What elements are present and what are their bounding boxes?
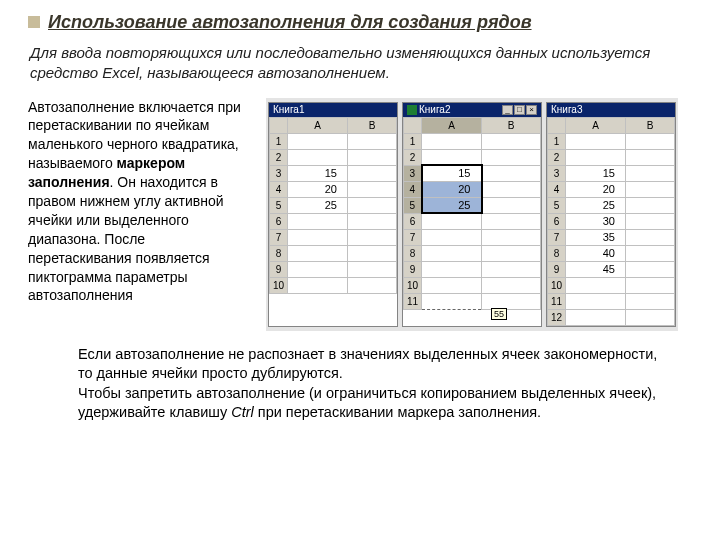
col-header: B xyxy=(482,117,541,133)
row-header: 10 xyxy=(404,277,422,293)
workbook-middle: Книга2 _ □ × A B 1 2 315 420 xyxy=(402,102,542,327)
cell: 15 xyxy=(566,165,626,181)
row-header: 5 xyxy=(548,197,566,213)
grid-middle: A B 1 2 315 420 525 6 7 8 9 10 11 xyxy=(403,117,541,310)
row-header: 3 xyxy=(548,165,566,181)
corner-cell xyxy=(548,117,566,133)
conclusion-p2: Чтобы запретить автозаполнение (и ограни… xyxy=(78,384,670,423)
row-header: 7 xyxy=(404,229,422,245)
cell: 20 xyxy=(288,181,348,197)
row-header: 10 xyxy=(270,277,288,293)
cell: 45 xyxy=(566,261,626,277)
col-header: A xyxy=(422,117,482,133)
excel-icon xyxy=(407,105,417,115)
cell: 15 xyxy=(422,165,482,181)
row-header: 9 xyxy=(548,261,566,277)
cell: 25 xyxy=(566,197,626,213)
cell: 25 xyxy=(288,197,348,213)
row-header: 7 xyxy=(270,229,288,245)
row-header: 9 xyxy=(404,261,422,277)
workbook-left: Книга1 A B 1 2 315 420 525 6 7 8 9 xyxy=(268,102,398,327)
description-paragraph: Автозаполнение включается при перетаскив… xyxy=(28,98,252,306)
row-header: 4 xyxy=(404,181,422,197)
row-header: 6 xyxy=(548,213,566,229)
row-header: 6 xyxy=(270,213,288,229)
col-header: B xyxy=(626,117,675,133)
spreadsheet-panel: Книга1 A B 1 2 315 420 525 6 7 8 9 xyxy=(266,98,678,331)
row-header: 11 xyxy=(548,293,566,309)
maximize-button[interactable]: □ xyxy=(514,105,525,115)
titlebar-left: Книга1 xyxy=(269,103,397,117)
fill-tooltip: 55 xyxy=(491,308,507,320)
row-header: 4 xyxy=(548,181,566,197)
workbook-title: Книга3 xyxy=(551,104,582,115)
grid-right: A B 1 2 315 420 525 630 735 840 945 10 1… xyxy=(547,117,675,326)
row-header: 7 xyxy=(548,229,566,245)
page-title: Использование автозаполнения для создани… xyxy=(48,12,532,33)
row-header: 1 xyxy=(548,133,566,149)
col-header: B xyxy=(348,117,397,133)
row-header: 10 xyxy=(548,277,566,293)
row-header: 5 xyxy=(404,197,422,213)
conclusion-p1: Если автозаполнение не распознает в знач… xyxy=(78,345,670,384)
workbook-title: Книга2 xyxy=(419,104,450,115)
row-header: 12 xyxy=(548,309,566,325)
row-header: 9 xyxy=(270,261,288,277)
row-header: 8 xyxy=(270,245,288,261)
ctrl-key: Ctrl xyxy=(231,404,254,420)
row-header: 1 xyxy=(404,133,422,149)
row-header: 5 xyxy=(270,197,288,213)
desc-part-2: . Он находится в правом нижнем углу акти… xyxy=(28,174,224,303)
cell: 30 xyxy=(566,213,626,229)
titlebar-middle: Книга2 _ □ × xyxy=(403,103,541,117)
row-header: 6 xyxy=(404,213,422,229)
corner-cell xyxy=(270,117,288,133)
cell: 20 xyxy=(422,181,482,197)
minimize-button[interactable]: _ xyxy=(502,105,513,115)
workbook-title: Книга1 xyxy=(273,104,304,115)
conclusion-block: Если автозаполнение не распознает в знач… xyxy=(78,345,670,423)
intro-text: Для ввода повторяющихся или последовател… xyxy=(30,43,692,84)
cell: 15 xyxy=(288,165,348,181)
cell: 40 xyxy=(566,245,626,261)
bullet-square xyxy=(28,16,40,28)
row-header: 4 xyxy=(270,181,288,197)
row-header: 3 xyxy=(270,165,288,181)
col-header: A xyxy=(288,117,348,133)
row-header: 11 xyxy=(404,293,422,309)
row-header: 8 xyxy=(548,245,566,261)
cell: 25 xyxy=(422,197,482,213)
row-header: 2 xyxy=(404,149,422,165)
workbook-right: Книга3 A B 1 2 315 420 525 630 735 840 xyxy=(546,102,676,327)
grid-left: A B 1 2 315 420 525 6 7 8 9 10 xyxy=(269,117,397,294)
close-button[interactable]: × xyxy=(526,105,537,115)
row-header: 8 xyxy=(404,245,422,261)
cell: 35 xyxy=(566,229,626,245)
cell: 20 xyxy=(566,181,626,197)
col-header: A xyxy=(566,117,626,133)
row-header: 3 xyxy=(404,165,422,181)
row-header: 2 xyxy=(270,149,288,165)
titlebar-right: Книга3 xyxy=(547,103,675,117)
row-header: 1 xyxy=(270,133,288,149)
corner-cell xyxy=(404,117,422,133)
row-header: 2 xyxy=(548,149,566,165)
